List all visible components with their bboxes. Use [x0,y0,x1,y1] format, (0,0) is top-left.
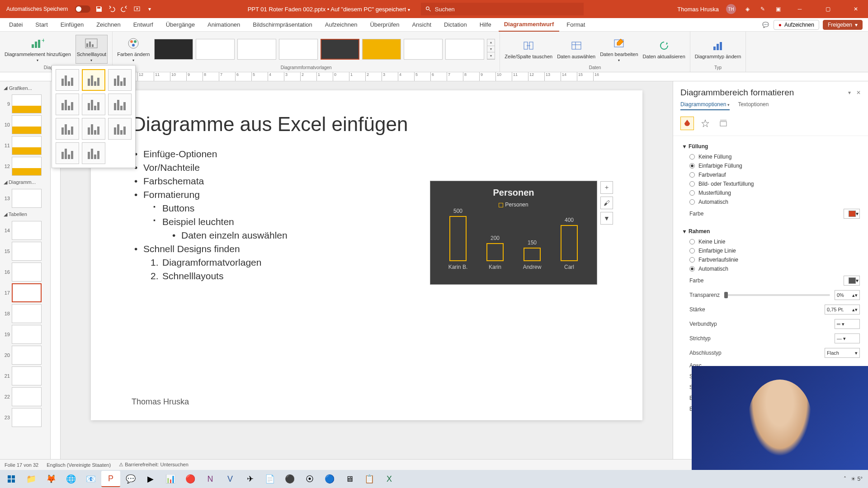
slide-editor[interactable]: Diagramme aus Excel einfügen Einfüge-Opt… [61,81,673,459]
obs-icon[interactable]: ⚫ [280,471,299,487]
excel-icon[interactable]: X [380,471,399,487]
vlc-icon[interactable]: ▶ [141,471,160,487]
slide-canvas[interactable]: Diagramme aus Excel einfügen Einfüge-Opt… [91,90,642,420]
slide-thumbnail-17[interactable] [12,283,42,302]
transparency-input[interactable]: 0%▴▾ [835,290,860,300]
style-thumb-8[interactable] [445,39,484,60]
tab-bildschirmpräsentation[interactable]: Bildschirmpräsentation [247,18,318,32]
chart-styles-gallery[interactable]: ▴▾▾ [154,39,495,60]
start-button[interactable] [2,471,21,487]
quick-layout-option-10[interactable] [56,142,79,164]
tab-format[interactable]: Format [561,18,590,32]
style-thumb-3[interactable] [237,39,276,60]
width-input[interactable]: 0,75 Pt.▴▾ [825,305,860,314]
autosave-toggle[interactable] [75,5,90,13]
gallery-scroll[interactable]: ▴▾▾ [487,39,495,60]
tray-chevron-icon[interactable]: ˄ [844,476,846,482]
chart-filter-button[interactable]: ▼ [600,212,613,225]
fill-radio-3[interactable] [689,181,695,187]
slide-counter[interactable]: Folie 17 von 32 [5,462,38,468]
fill-radio-4[interactable] [689,190,695,196]
fill-group-header[interactable]: ▾ Füllung [683,141,860,152]
size-props-icon[interactable] [717,117,730,130]
slide-thumbnail-20[interactable] [12,346,42,365]
slide-thumbnail-12[interactable] [12,157,42,176]
fill-radio-5[interactable] [689,199,695,205]
add-chart-element-button[interactable]: +Diagrammelement hinzufügen▾ [5,36,71,63]
record-button[interactable]: ●Aufzeichnen [774,20,819,30]
fill-line-icon[interactable] [680,117,694,130]
style-thumb-5[interactable] [321,39,359,60]
slide-thumbnail-22[interactable] [12,387,42,406]
fill-radio-2[interactable] [689,172,695,178]
tab-ansicht[interactable]: Ansicht [406,18,437,32]
pane-options-icon[interactable]: ▾ [848,89,851,96]
slide-thumbnail-21[interactable] [12,366,42,385]
chart-options-tab[interactable]: Diagrammoptionen [680,101,730,110]
quick-layout-option-2[interactable] [82,69,105,91]
chart-title[interactable]: Personen [437,188,590,198]
user-name[interactable]: Thomas Hruska [677,6,719,13]
window-icon[interactable]: ▣ [774,5,782,13]
quick-layout-option-8[interactable] [82,118,105,140]
style-thumb-2[interactable] [196,39,235,60]
search-input[interactable] [435,6,579,13]
telegram-icon[interactable]: ✈ [241,471,259,487]
change-colors-button[interactable]: Farben ändern▾ [117,36,150,63]
border-radio-1[interactable] [689,248,695,253]
powerpoint-icon[interactable]: P [101,471,120,487]
tab-aufzeichnen[interactable]: Aufzeichnen [320,18,363,32]
compound-select[interactable]: ═ ▾ [835,319,860,329]
maximize-button[interactable]: ▢ [817,0,838,18]
switch-row-col-button[interactable]: Zeile/Spalte tauschen [505,38,552,60]
close-button[interactable]: ✕ [845,0,866,18]
slide-thumbnail-15[interactable] [12,242,42,261]
app-icon[interactable]: 🖥 [340,471,359,487]
redo-icon[interactable] [120,5,128,13]
save-icon[interactable] [95,5,103,13]
firefox-icon[interactable]: 🦊 [42,471,61,487]
slideshow-icon[interactable] [133,5,141,13]
dash-select[interactable]: — ▾ [835,333,860,343]
tab-hilfe[interactable]: Hilfe [474,18,497,32]
cap-select[interactable]: Flach ▾ [825,348,860,358]
chart-elements-button[interactable]: ＋ [600,181,613,194]
slide-title[interactable]: Diagramme aus Excel einfügen [132,113,602,136]
chart-styles-button[interactable]: 🖌 [600,197,613,209]
search-box[interactable] [421,3,584,15]
section-header[interactable]: ◢ Grafiken... [3,83,47,93]
style-thumb-4[interactable] [279,39,318,60]
tab-zeichnen[interactable]: Zeichnen [91,18,126,32]
fill-radio-0[interactable] [689,154,695,160]
quick-layout-option-6[interactable] [108,94,132,115]
quick-layout-option-11[interactable] [82,142,105,164]
app-icon[interactable]: 💬 [121,471,140,487]
outlook-icon[interactable]: 📧 [81,471,100,487]
language-status[interactable]: Englisch (Vereinigte Staaten) [47,462,111,468]
quick-layout-option-3[interactable] [108,69,132,91]
user-avatar[interactable]: TH [726,4,736,14]
onenote-icon[interactable]: N [201,471,220,487]
comments-icon[interactable]: 💬 [762,21,770,29]
app-icon[interactable]: 📄 [260,471,279,487]
explorer-icon[interactable]: 📁 [22,471,41,487]
slide-thumbnail-16[interactable] [12,263,42,282]
select-data-button[interactable]: Daten auswählen [557,38,595,60]
undo-icon[interactable] [108,5,116,13]
change-chart-type-button[interactable]: Diagrammtyp ändern [695,38,741,60]
text-options-tab[interactable]: Textoptionen [738,101,769,110]
qat-more-icon[interactable]: ▾ [146,5,154,13]
pane-close-icon[interactable]: ✕ [856,89,861,96]
slide-thumbnail-9[interactable] [12,94,42,113]
quick-layout-option-7[interactable] [56,118,79,140]
tab-diagrammentwurf[interactable]: Diagrammentwurf [499,18,560,32]
border-radio-2[interactable] [689,257,695,263]
tab-einfügen[interactable]: Einfügen [55,18,89,32]
tab-übergänge[interactable]: Übergänge [160,18,200,32]
app-icon[interactable]: 🔴 [181,471,200,487]
border-radio-0[interactable] [689,239,695,244]
slide-thumbnail-11[interactable] [12,136,42,155]
border-group-header[interactable]: ▾ Rahmen [683,225,860,237]
border-radio-3[interactable] [689,266,695,272]
share-button[interactable]: Freigeben ▾ [823,20,863,30]
